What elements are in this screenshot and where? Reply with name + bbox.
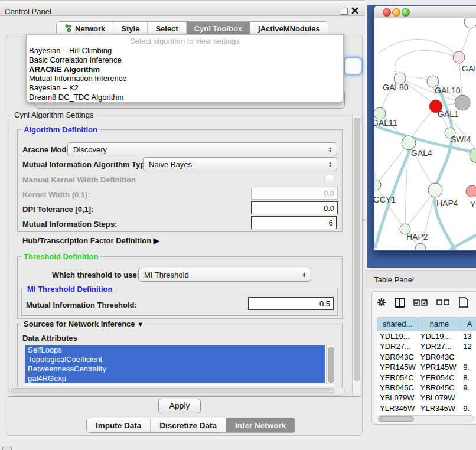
tab-select[interactable]: Select — [148, 22, 186, 35]
table-row[interactable]: YLR345WYLR345W9. — [377, 403, 476, 413]
dpi-tolerance-label: DPI Tolerance [0,1]: — [22, 205, 93, 214]
column-header-2[interactable]: name — [418, 318, 461, 331]
table-toolbar — [377, 297, 468, 308]
float-icon[interactable] — [341, 8, 348, 15]
network-icon — [64, 24, 72, 32]
tab-jactivemnodules[interactable]: jActiveMNodules — [250, 22, 328, 35]
kernel-width-field[interactable] — [251, 187, 338, 200]
bottom-tabbar: Impute DataDiscretize DataInfer Network — [86, 418, 295, 433]
table-row[interactable]: YDL19...YDL19...13 — [377, 331, 476, 341]
manual-kernel-checkbox[interactable] — [325, 175, 334, 184]
network-node[interactable] — [464, 18, 476, 28]
sources-toggle[interactable]: Sources for Network Inference ▼ — [21, 319, 146, 328]
bottom-tab-discretize-data[interactable]: Discretize Data — [151, 418, 226, 432]
settings-group-title: Cyni Algorithm Settings — [12, 110, 96, 119]
algorithm-option[interactable]: Dream8 DC_TDC Algorithm — [27, 93, 343, 102]
data-attributes-list[interactable]: SelfLoopsTopologicalCoefficientBetweenne… — [25, 345, 335, 386]
close-traffic-light[interactable] — [383, 8, 391, 17]
bottom-tab-impute-data[interactable]: Impute Data — [87, 418, 151, 432]
table-row[interactable]: YER054CYER054C8. — [377, 373, 476, 383]
network-canvas[interactable]: GALGAL80GAL10GAL1GAL11SWI4GAL4HAP4YGCY1H… — [374, 18, 476, 250]
column-layout-icon[interactable] — [395, 298, 405, 308]
attributes-scrollbar[interactable] — [326, 345, 335, 384]
algorithm-option[interactable]: Bayesian – Hill Climbing — [27, 46, 343, 56]
table-header-row[interactable]: shared...nameA — [377, 318, 476, 331]
tab-style[interactable]: Style — [113, 22, 148, 35]
table-row[interactable]: YBR043CYBR043C — [377, 352, 476, 362]
table-row[interactable]: YDR27...YDR27...12 — [377, 341, 476, 351]
zoom-traffic-light[interactable] — [402, 8, 410, 17]
mi-threshold-field[interactable] — [248, 297, 334, 310]
chevron-down-icon: ▼ — [137, 321, 144, 328]
unchecked-boxes-icon[interactable] — [436, 299, 451, 306]
data-attributes-label: Data Attributes — [22, 334, 77, 343]
mi-type-label: Mutual Information Algorithm Type: — [22, 160, 152, 169]
inference-algorithm-combo-end[interactable] — [344, 58, 361, 74]
combo-stepper-icon: ▲▼ — [325, 146, 337, 152]
tab-cyni-toolbox[interactable]: Cyni Toolbox — [187, 22, 250, 35]
aracne-mode-combo[interactable]: Discovery ▲▼ — [67, 142, 337, 156]
dpi-tolerance-field[interactable] — [251, 201, 338, 214]
node-label: HAP2 — [406, 232, 428, 242]
network-node[interactable] — [455, 95, 470, 110]
network-view-window: GALGAL80GAL10GAL1GAL11SWI4GAL4HAP4YGCY1H… — [374, 5, 476, 251]
collapsed-panel-icon[interactable] — [2, 446, 12, 450]
network-edge[interactable] — [378, 39, 459, 58]
node-label: GAL11 — [374, 118, 397, 128]
table-horizontal-scrollbar[interactable] — [377, 415, 474, 422]
node-table[interactable]: shared...nameA YDL19...YDL19...13YDR27..… — [377, 317, 476, 416]
node-label: GAL10 — [435, 86, 461, 95]
network-window-titlebar[interactable] — [374, 5, 476, 19]
column-header-3[interactable]: A — [461, 318, 476, 331]
manual-kernel-label: Manual Kernel Width Definition — [22, 175, 136, 184]
checked-boxes-icon[interactable] — [413, 299, 428, 306]
mi-steps-label: Mutual Information Steps: — [22, 220, 117, 229]
kernel-width-label: Kernel Width (0,1): — [22, 190, 90, 199]
splitter-handle[interactable]: ◂ — [362, 217, 364, 222]
settings-horizontal-scrollbar[interactable] — [9, 387, 345, 396]
which-threshold-combo[interactable]: MI Threshold ▲▼ — [138, 268, 311, 282]
algorithm-option[interactable]: Bayesian – K2 — [27, 83, 343, 93]
node-label: Y — [470, 200, 476, 209]
network-node-hap4[interactable] — [428, 183, 442, 197]
algorithm-option[interactable]: ARACNE Algorithm — [27, 65, 343, 74]
close-icon[interactable] — [351, 6, 359, 15]
table-row[interactable]: YBL079WYBL079W — [377, 393, 476, 403]
bottom-tab-infer-network[interactable]: Infer Network — [226, 418, 295, 432]
table-panel: shared...nameA YDL19...YDL19...13YDR27..… — [371, 291, 476, 425]
network-node-gal11[interactable] — [374, 107, 386, 119]
table-row[interactable]: YPR145WYPR145W9. — [377, 362, 476, 372]
tab-network[interactable]: Network — [57, 22, 113, 35]
mi-steps-field[interactable] — [251, 216, 337, 229]
node-label: SWI4 — [451, 135, 471, 144]
network-node-gal[interactable] — [453, 51, 465, 63]
network-node-gcy1[interactable] — [374, 180, 381, 190]
attribute-item[interactable]: BetweennessCentrality — [25, 364, 325, 374]
chevron-right-icon: ▶ — [154, 236, 159, 245]
algorithm-dropdown: Select algorithm to view settings Bayesi… — [26, 34, 344, 103]
partial-sheet-icon[interactable] — [459, 297, 468, 308]
attribute-item[interactable]: SelfLoops — [25, 345, 325, 355]
apply-button[interactable]: Apply — [158, 399, 201, 413]
hub-definition-toggle[interactable]: Hub/Transcription Factor Definition ▶ — [22, 236, 159, 245]
node-label: GAL80 — [383, 83, 409, 92]
column-header-1[interactable]: shared... — [377, 318, 418, 331]
algorithm-option[interactable]: Mutual Information Inference — [27, 74, 343, 83]
gear-icon[interactable] — [377, 298, 386, 307]
attribute-item[interactable]: TopologicalCoefficient — [25, 355, 325, 364]
combo-stepper-icon: ▲▼ — [325, 161, 337, 167]
network-node-y[interactable] — [466, 185, 476, 197]
table-row[interactable]: YBR045CYBR045C9. — [377, 383, 476, 393]
node-label: GCY1 — [374, 195, 396, 204]
node-label: GAL1 — [438, 109, 459, 119]
minimize-traffic-light[interactable] — [392, 8, 400, 17]
settings-vertical-scrollbar[interactable] — [352, 115, 360, 395]
control-panel-titlebar: Control Panel — [0, 0, 365, 16]
attribute-item[interactable]: gal4RGexp — [25, 374, 325, 383]
algorithm-definition-title: Algorithm Definition — [21, 125, 100, 134]
mi-algorithm-type-combo[interactable]: Naive Bayes ▲▼ — [143, 157, 337, 171]
aracne-mode-label: Aracne Mode: — [22, 145, 73, 154]
mi-threshold-label: Mutual Information Threshold: — [26, 301, 137, 309]
algorithm-option[interactable]: Basic Correlation Inference — [27, 56, 343, 65]
algorithm-dropdown-placeholder: Select algorithm to view settings — [27, 35, 343, 46]
